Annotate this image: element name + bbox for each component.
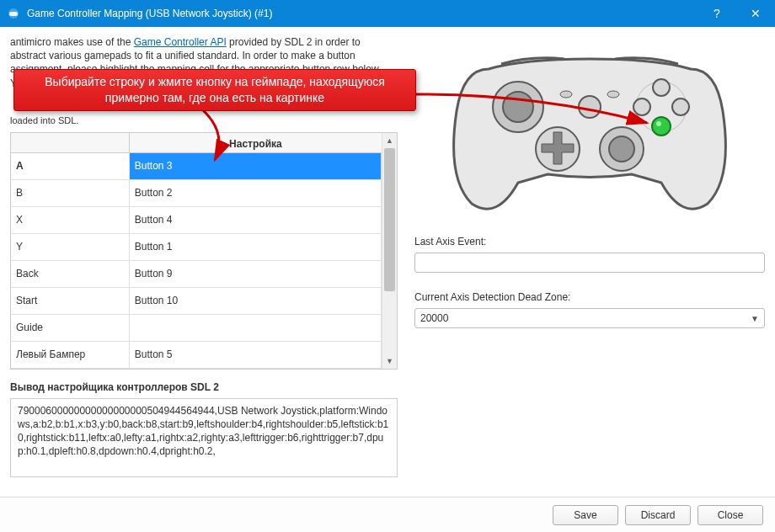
- mapping-key: B: [11, 180, 130, 206]
- table-row[interactable]: BackButton 9: [11, 261, 382, 288]
- mapping-table: Настройка AButton 3BButton 2XButton 4YBu…: [10, 132, 398, 370]
- table-header-label: Настройка: [130, 135, 382, 150]
- loaded-into-sdl: loaded into SDL.: [10, 115, 398, 125]
- table-row[interactable]: BButton 2: [11, 180, 382, 207]
- controller-image: [438, 35, 741, 221]
- last-axis-field[interactable]: [414, 253, 765, 273]
- chevron-down-icon: ▼: [751, 314, 759, 323]
- svg-point-14: [560, 91, 572, 98]
- mapping-value[interactable]: Button 10: [130, 288, 382, 314]
- last-axis-label: Last Axis Event:: [414, 236, 765, 247]
- scroll-thumb[interactable]: [384, 148, 395, 291]
- sdl-output[interactable]: 79000600000000000000000504944564944,USB …: [10, 398, 398, 477]
- mapping-key: A: [11, 153, 130, 179]
- mapping-value[interactable]: Button 5: [130, 342, 382, 368]
- table-row[interactable]: AButton 3: [11, 153, 382, 180]
- table-row[interactable]: XButton 4: [11, 207, 382, 234]
- mapping-value[interactable]: Button 1: [130, 234, 382, 260]
- table-header: Настройка: [11, 133, 382, 153]
- mapping-value[interactable]: Button 2: [130, 180, 382, 206]
- mapping-value[interactable]: Button 9: [130, 261, 382, 287]
- table-row[interactable]: Левый БамперButton 5: [11, 342, 382, 369]
- window-title: Game Controller Mapping (USB Network Joy…: [27, 8, 698, 19]
- scroll-down-icon[interactable]: ▼: [382, 354, 397, 369]
- svg-rect-1: [9, 12, 18, 16]
- svg-point-8: [653, 79, 670, 96]
- svg-point-12: [656, 121, 661, 126]
- table-scrollbar[interactable]: ▲ ▼: [382, 133, 397, 369]
- table-row[interactable]: YButton 1: [11, 234, 382, 261]
- close-button[interactable]: Close: [698, 505, 763, 525]
- dead-zone-label: Current Axis Detection Dead Zone:: [414, 291, 765, 303]
- dead-zone-combo[interactable]: 20000 ▼: [414, 308, 765, 328]
- mapping-value[interactable]: Button 4: [130, 207, 382, 233]
- scroll-up-icon[interactable]: ▲: [382, 133, 397, 148]
- instruction-tooltip: Выбирайте строку и жмите кнопку на геймп…: [13, 69, 416, 111]
- mapping-key: Back: [11, 261, 130, 287]
- window-close-button[interactable]: ✕: [736, 0, 775, 27]
- save-button[interactable]: Save: [553, 505, 618, 525]
- mapping-key: Guide: [11, 315, 130, 341]
- mapping-key: X: [11, 207, 130, 233]
- footer: Save Discard Close: [0, 497, 775, 532]
- table-row[interactable]: StartButton 10: [11, 288, 382, 315]
- sdl-output-label: Вывод настройщика контроллеров SDL 2: [10, 381, 398, 393]
- intro-pre: antimicro makes use of the: [10, 36, 134, 48]
- svg-point-11: [652, 117, 671, 136]
- svg-point-13: [579, 96, 601, 118]
- mapping-key: Левый Бампер: [11, 342, 130, 368]
- game-controller-api-link[interactable]: Game Controller API: [134, 36, 227, 48]
- svg-point-10: [672, 98, 689, 115]
- svg-point-3: [503, 92, 533, 122]
- svg-point-9: [633, 98, 650, 115]
- mapping-value[interactable]: [130, 315, 382, 341]
- app-icon: [7, 7, 20, 20]
- svg-point-5: [609, 136, 634, 162]
- mapping-value[interactable]: Button 3: [130, 153, 382, 179]
- mapping-key: Y: [11, 234, 130, 260]
- svg-point-15: [607, 91, 619, 98]
- table-row[interactable]: Guide: [11, 315, 382, 342]
- help-button[interactable]: ?: [698, 0, 736, 27]
- mapping-key: Start: [11, 288, 130, 314]
- titlebar: Game Controller Mapping (USB Network Joy…: [0, 0, 775, 27]
- dead-zone-value: 20000: [420, 312, 448, 324]
- discard-button[interactable]: Discard: [625, 505, 691, 525]
